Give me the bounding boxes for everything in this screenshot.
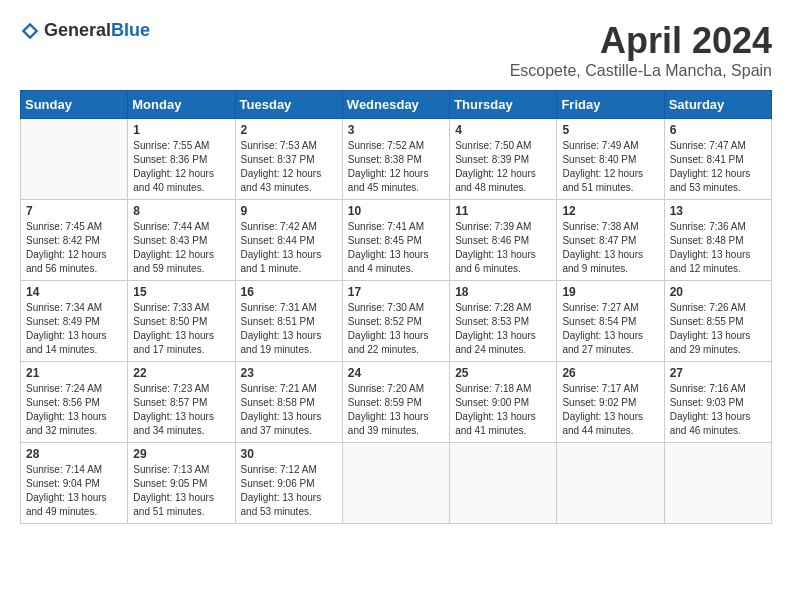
- calendar-cell: 17Sunrise: 7:30 AMSunset: 8:52 PMDayligh…: [342, 281, 449, 362]
- daylight-text: Daylight: 13 hours and 6 minutes.: [455, 248, 551, 276]
- calendar-cell: 16Sunrise: 7:31 AMSunset: 8:51 PMDayligh…: [235, 281, 342, 362]
- calendar-week-row: 1Sunrise: 7:55 AMSunset: 8:36 PMDaylight…: [21, 119, 772, 200]
- daylight-text: Daylight: 13 hours and 17 minutes.: [133, 329, 229, 357]
- calendar-cell: 24Sunrise: 7:20 AMSunset: 8:59 PMDayligh…: [342, 362, 449, 443]
- sunrise-text: Sunrise: 7:24 AM: [26, 382, 122, 396]
- sunset-text: Sunset: 8:39 PM: [455, 153, 551, 167]
- calendar-week-row: 14Sunrise: 7:34 AMSunset: 8:49 PMDayligh…: [21, 281, 772, 362]
- calendar-cell: 29Sunrise: 7:13 AMSunset: 9:05 PMDayligh…: [128, 443, 235, 524]
- sunrise-text: Sunrise: 7:23 AM: [133, 382, 229, 396]
- daylight-text: Daylight: 13 hours and 14 minutes.: [26, 329, 122, 357]
- day-info: Sunrise: 7:24 AMSunset: 8:56 PMDaylight:…: [26, 382, 122, 438]
- day-info: Sunrise: 7:21 AMSunset: 8:58 PMDaylight:…: [241, 382, 337, 438]
- sunrise-text: Sunrise: 7:52 AM: [348, 139, 444, 153]
- sunset-text: Sunset: 8:56 PM: [26, 396, 122, 410]
- sunset-text: Sunset: 8:52 PM: [348, 315, 444, 329]
- daylight-text: Daylight: 12 hours and 48 minutes.: [455, 167, 551, 195]
- sunrise-text: Sunrise: 7:53 AM: [241, 139, 337, 153]
- day-info: Sunrise: 7:12 AMSunset: 9:06 PMDaylight:…: [241, 463, 337, 519]
- calendar-cell: 26Sunrise: 7:17 AMSunset: 9:02 PMDayligh…: [557, 362, 664, 443]
- calendar-header-wednesday: Wednesday: [342, 91, 449, 119]
- day-info: Sunrise: 7:52 AMSunset: 8:38 PMDaylight:…: [348, 139, 444, 195]
- sunrise-text: Sunrise: 7:38 AM: [562, 220, 658, 234]
- calendar-cell: 18Sunrise: 7:28 AMSunset: 8:53 PMDayligh…: [450, 281, 557, 362]
- sunset-text: Sunset: 8:48 PM: [670, 234, 766, 248]
- sunrise-text: Sunrise: 7:12 AM: [241, 463, 337, 477]
- calendar-cell: [21, 119, 128, 200]
- sunrise-text: Sunrise: 7:55 AM: [133, 139, 229, 153]
- daylight-text: Daylight: 12 hours and 45 minutes.: [348, 167, 444, 195]
- day-info: Sunrise: 7:17 AMSunset: 9:02 PMDaylight:…: [562, 382, 658, 438]
- calendar-cell: 14Sunrise: 7:34 AMSunset: 8:49 PMDayligh…: [21, 281, 128, 362]
- day-number: 11: [455, 204, 551, 218]
- calendar-week-row: 28Sunrise: 7:14 AMSunset: 9:04 PMDayligh…: [21, 443, 772, 524]
- day-number: 7: [26, 204, 122, 218]
- day-number: 22: [133, 366, 229, 380]
- sunset-text: Sunset: 8:58 PM: [241, 396, 337, 410]
- sunrise-text: Sunrise: 7:21 AM: [241, 382, 337, 396]
- daylight-text: Daylight: 13 hours and 12 minutes.: [670, 248, 766, 276]
- daylight-text: Daylight: 13 hours and 27 minutes.: [562, 329, 658, 357]
- daylight-text: Daylight: 13 hours and 22 minutes.: [348, 329, 444, 357]
- daylight-text: Daylight: 12 hours and 40 minutes.: [133, 167, 229, 195]
- calendar-table: SundayMondayTuesdayWednesdayThursdayFrid…: [20, 90, 772, 524]
- daylight-text: Daylight: 13 hours and 4 minutes.: [348, 248, 444, 276]
- logo: GeneralBlue: [20, 20, 150, 41]
- day-number: 27: [670, 366, 766, 380]
- sunset-text: Sunset: 8:50 PM: [133, 315, 229, 329]
- sunrise-text: Sunrise: 7:39 AM: [455, 220, 551, 234]
- calendar-header-saturday: Saturday: [664, 91, 771, 119]
- day-info: Sunrise: 7:38 AMSunset: 8:47 PMDaylight:…: [562, 220, 658, 276]
- day-number: 23: [241, 366, 337, 380]
- day-info: Sunrise: 7:41 AMSunset: 8:45 PMDaylight:…: [348, 220, 444, 276]
- sunrise-text: Sunrise: 7:34 AM: [26, 301, 122, 315]
- day-number: 14: [26, 285, 122, 299]
- day-info: Sunrise: 7:13 AMSunset: 9:05 PMDaylight:…: [133, 463, 229, 519]
- calendar-cell: [664, 443, 771, 524]
- daylight-text: Daylight: 13 hours and 29 minutes.: [670, 329, 766, 357]
- sunrise-text: Sunrise: 7:31 AM: [241, 301, 337, 315]
- calendar-cell: 10Sunrise: 7:41 AMSunset: 8:45 PMDayligh…: [342, 200, 449, 281]
- calendar-cell: 27Sunrise: 7:16 AMSunset: 9:03 PMDayligh…: [664, 362, 771, 443]
- sunset-text: Sunset: 8:59 PM: [348, 396, 444, 410]
- day-info: Sunrise: 7:53 AMSunset: 8:37 PMDaylight:…: [241, 139, 337, 195]
- calendar-header-friday: Friday: [557, 91, 664, 119]
- month-title: April 2024: [510, 20, 772, 62]
- day-number: 4: [455, 123, 551, 137]
- sunrise-text: Sunrise: 7:14 AM: [26, 463, 122, 477]
- day-info: Sunrise: 7:14 AMSunset: 9:04 PMDaylight:…: [26, 463, 122, 519]
- day-number: 5: [562, 123, 658, 137]
- sunrise-text: Sunrise: 7:20 AM: [348, 382, 444, 396]
- day-number: 1: [133, 123, 229, 137]
- day-info: Sunrise: 7:45 AMSunset: 8:42 PMDaylight:…: [26, 220, 122, 276]
- daylight-text: Daylight: 12 hours and 59 minutes.: [133, 248, 229, 276]
- sunrise-text: Sunrise: 7:27 AM: [562, 301, 658, 315]
- logo-text-blue: Blue: [111, 20, 150, 40]
- day-number: 6: [670, 123, 766, 137]
- daylight-text: Daylight: 13 hours and 41 minutes.: [455, 410, 551, 438]
- sunset-text: Sunset: 8:42 PM: [26, 234, 122, 248]
- logo-icon: [20, 21, 40, 41]
- sunset-text: Sunset: 8:51 PM: [241, 315, 337, 329]
- sunrise-text: Sunrise: 7:17 AM: [562, 382, 658, 396]
- day-info: Sunrise: 7:47 AMSunset: 8:41 PMDaylight:…: [670, 139, 766, 195]
- sunset-text: Sunset: 8:47 PM: [562, 234, 658, 248]
- calendar-cell: 13Sunrise: 7:36 AMSunset: 8:48 PMDayligh…: [664, 200, 771, 281]
- sunset-text: Sunset: 8:49 PM: [26, 315, 122, 329]
- day-info: Sunrise: 7:20 AMSunset: 8:59 PMDaylight:…: [348, 382, 444, 438]
- sunset-text: Sunset: 9:00 PM: [455, 396, 551, 410]
- day-number: 16: [241, 285, 337, 299]
- day-number: 12: [562, 204, 658, 218]
- day-info: Sunrise: 7:33 AMSunset: 8:50 PMDaylight:…: [133, 301, 229, 357]
- logo-text-general: General: [44, 20, 111, 40]
- sunset-text: Sunset: 8:54 PM: [562, 315, 658, 329]
- sunrise-text: Sunrise: 7:36 AM: [670, 220, 766, 234]
- sunrise-text: Sunrise: 7:26 AM: [670, 301, 766, 315]
- calendar-header-tuesday: Tuesday: [235, 91, 342, 119]
- day-info: Sunrise: 7:26 AMSunset: 8:55 PMDaylight:…: [670, 301, 766, 357]
- daylight-text: Daylight: 13 hours and 9 minutes.: [562, 248, 658, 276]
- sunrise-text: Sunrise: 7:33 AM: [133, 301, 229, 315]
- sunset-text: Sunset: 8:55 PM: [670, 315, 766, 329]
- calendar-cell: 6Sunrise: 7:47 AMSunset: 8:41 PMDaylight…: [664, 119, 771, 200]
- calendar-header-sunday: Sunday: [21, 91, 128, 119]
